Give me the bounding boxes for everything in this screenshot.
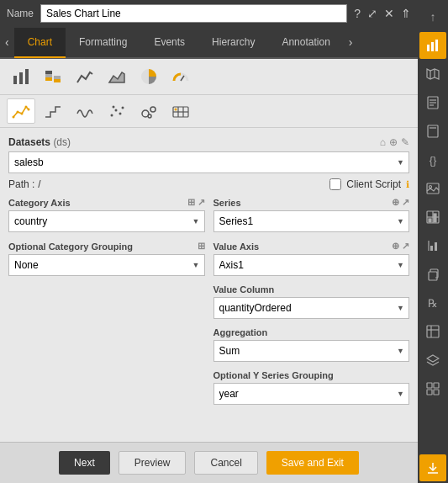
category-axis-group-icon[interactable]: ⊞ (187, 197, 195, 208)
pie-chart-icon[interactable] (134, 64, 163, 89)
optional-y-select[interactable]: year (213, 383, 410, 405)
area-chart-icon[interactable] (103, 64, 131, 89)
help-icon[interactable]: ? (354, 7, 361, 20)
tab-hierarchy[interactable]: Hierarchy (198, 28, 268, 58)
sidebar-rx-icon[interactable]: ℞ (419, 289, 446, 316)
save-exit-button[interactable]: Save and Exit (266, 451, 359, 475)
svg-point-12 (17, 111, 19, 114)
sidebar-chart-icon[interactable] (419, 32, 446, 59)
value-column-label: Value Column (213, 284, 275, 295)
sidebar-image-icon[interactable] (419, 175, 446, 202)
next-button[interactable]: Next (59, 451, 110, 475)
series-select[interactable]: Series1 (213, 210, 410, 232)
svg-point-17 (115, 109, 118, 112)
svg-rect-56 (427, 383, 432, 388)
optional-category-icon[interactable]: ⊞ (198, 241, 205, 252)
series-arrow-icon[interactable]: ↗ (402, 197, 409, 208)
tab-formatting[interactable]: Formatting (66, 28, 140, 58)
svg-marker-55 (427, 355, 439, 362)
client-script-info-icon[interactable]: ℹ (406, 179, 409, 190)
sidebar-page-icon[interactable] (419, 118, 446, 145)
sidebar-up-icon[interactable]: ↑ (419, 3, 446, 30)
client-script-label: Client Script (346, 178, 401, 190)
tab-left-arrow[interactable]: ‹ (0, 27, 14, 57)
sidebar-gridchart-icon[interactable] (419, 204, 446, 231)
value-axis-select[interactable]: Axis1 (213, 254, 410, 276)
svg-point-14 (25, 106, 28, 109)
aggregation-label: Aggregation (213, 327, 268, 337)
svg-point-23 (148, 114, 151, 118)
sidebar-report-icon[interactable] (419, 89, 446, 116)
svg-point-18 (119, 113, 122, 115)
line-chart-icon[interactable] (71, 64, 99, 89)
svg-rect-2 (25, 69, 29, 84)
category-axis-select[interactable]: country (8, 210, 205, 232)
datasets-select[interactable]: salesb (8, 151, 409, 173)
value-axis-add-icon[interactable]: ⊕ (392, 241, 399, 252)
form-area: Datasets (ds) ⌂ ⊕ ✎ salesb Path : / Clie… (0, 128, 418, 442)
sidebar-layers-icon[interactable] (419, 347, 446, 374)
chart-type-row-2 (0, 95, 418, 128)
svg-point-28 (175, 109, 177, 111)
sidebar-pivot-icon[interactable] (419, 318, 446, 345)
datasets-home-icon[interactable]: ⌂ (380, 136, 386, 148)
svg-rect-7 (54, 76, 61, 79)
close-icon[interactable]: ✕ (384, 7, 394, 20)
tab-right-arrow[interactable]: › (344, 27, 358, 57)
sidebar-map-icon[interactable] (419, 61, 446, 88)
map-scatter-icon[interactable] (166, 98, 195, 124)
svg-rect-49 (430, 246, 433, 251)
cancel-button[interactable]: Cancel (194, 451, 257, 475)
move-icon[interactable]: ⤢ (367, 7, 377, 20)
sidebar-grid2-icon[interactable] (419, 375, 446, 402)
datasets-edit-icon[interactable]: ✎ (401, 136, 409, 148)
svg-rect-0 (13, 76, 17, 84)
stacked-bar-icon[interactable] (39, 64, 67, 89)
datasets-add-icon[interactable]: ⊕ (389, 136, 398, 148)
pin-icon[interactable]: ⇑ (401, 7, 411, 20)
value-column-select[interactable]: quantityOrdered (213, 297, 410, 319)
sidebar-bar2-icon[interactable] (419, 232, 446, 259)
svg-rect-47 (434, 214, 436, 222)
preview-button[interactable]: Preview (119, 451, 187, 475)
svg-point-13 (21, 113, 24, 115)
name-label: Name (7, 8, 34, 19)
svg-marker-32 (427, 69, 439, 79)
category-axis-arrow-icon[interactable]: ↗ (198, 197, 205, 208)
bubble-icon[interactable] (134, 98, 163, 124)
sidebar-bracket-icon[interactable]: {} (419, 146, 446, 173)
sidebar-copy-icon[interactable] (419, 261, 446, 288)
optional-category-label: Optional Category Grouping (8, 242, 133, 252)
svg-rect-5 (45, 71, 52, 74)
svg-point-16 (111, 114, 113, 117)
gauge-chart-icon[interactable] (166, 64, 195, 89)
svg-rect-30 (431, 42, 434, 51)
svg-point-22 (150, 107, 155, 112)
bar-chart-icon[interactable] (7, 64, 35, 89)
scatter-line-icon[interactable] (7, 98, 35, 124)
sidebar-download-icon[interactable] (419, 454, 446, 481)
bottom-bar: Next Preview Cancel Save and Exit (0, 442, 418, 483)
tab-events[interactable]: Events (140, 28, 198, 58)
client-script-checkbox[interactable] (329, 178, 341, 190)
svg-rect-3 (45, 77, 52, 81)
category-axis-label: Category Axis (8, 198, 71, 208)
series-add-icon[interactable]: ⊕ (392, 197, 399, 208)
wave-icon[interactable] (71, 98, 99, 124)
tab-annotation[interactable]: Annotation (268, 28, 343, 58)
optional-y-label: Optional Y Series Grouping (213, 370, 334, 380)
scatter-icon[interactable] (103, 98, 131, 124)
tab-chart[interactable]: Chart (14, 28, 66, 58)
value-axis-label: Value Axis (213, 242, 260, 252)
svg-rect-4 (45, 74, 52, 77)
optional-category-select[interactable]: None (8, 254, 205, 276)
svg-rect-29 (427, 45, 430, 51)
aggregation-select[interactable]: Sum (213, 340, 410, 362)
step-line-icon[interactable] (39, 98, 67, 124)
title-input[interactable] (40, 4, 347, 23)
series-label: Series (213, 198, 241, 208)
value-axis-arrow-icon[interactable]: ↗ (402, 241, 409, 252)
svg-point-11 (13, 116, 15, 119)
datasets-label: Datasets (ds) (8, 136, 71, 148)
svg-rect-1 (19, 72, 23, 84)
